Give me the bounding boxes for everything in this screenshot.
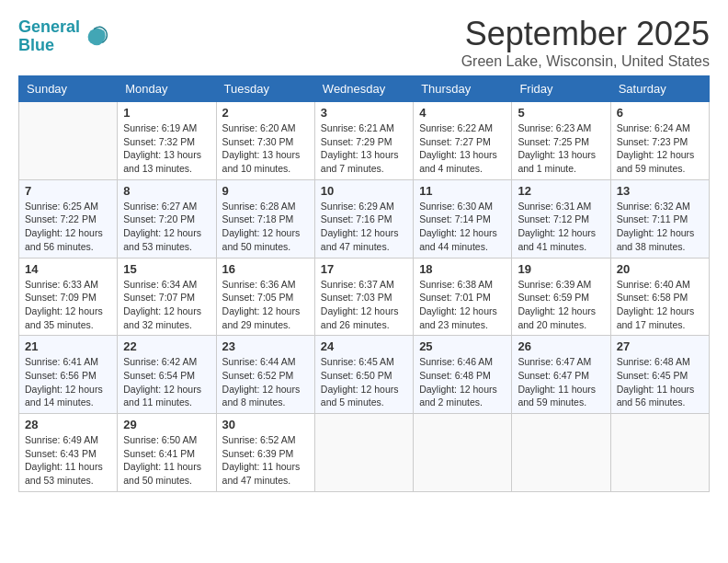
calendar-day: 10Sunrise: 6:29 AMSunset: 7:16 PMDayligh…	[314, 179, 413, 258]
column-header-tuesday: Tuesday	[216, 76, 314, 102]
calendar-header-row: SundayMondayTuesdayWednesdayThursdayFrid…	[19, 76, 710, 102]
day-number: 29	[123, 418, 210, 431]
calendar-day: 15Sunrise: 6:34 AMSunset: 7:07 PMDayligh…	[118, 258, 216, 336]
logo-general: General	[18, 17, 80, 36]
calendar-day: 6Sunrise: 6:24 AMSunset: 7:23 PMDaylight…	[610, 102, 709, 180]
calendar-day	[610, 414, 709, 492]
day-info: Sunrise: 6:45 AMSunset: 6:50 PMDaylight:…	[321, 355, 407, 409]
calendar-day: 19Sunrise: 6:39 AMSunset: 6:59 PMDayligh…	[512, 258, 610, 336]
day-info: Sunrise: 6:27 AMSunset: 7:20 PMDaylight:…	[123, 200, 210, 254]
day-number: 13	[617, 184, 703, 198]
page-header: General Blue September 2025 Green Lake, …	[18, 15, 710, 70]
day-number: 24	[321, 339, 407, 353]
calendar-day: 22Sunrise: 6:42 AMSunset: 6:54 PMDayligh…	[118, 336, 216, 414]
day-number: 6	[617, 106, 703, 120]
day-info: Sunrise: 6:33 AMSunset: 7:09 PMDaylight:…	[25, 278, 111, 332]
day-info: Sunrise: 6:28 AMSunset: 7:18 PMDaylight:…	[222, 200, 309, 254]
day-info: Sunrise: 6:30 AMSunset: 7:14 PMDaylight:…	[419, 200, 506, 254]
day-number: 21	[25, 339, 111, 353]
calendar-day: 8Sunrise: 6:27 AMSunset: 7:20 PMDaylight…	[118, 179, 216, 258]
day-number: 9	[222, 184, 309, 198]
day-info: Sunrise: 6:42 AMSunset: 6:54 PMDaylight:…	[123, 355, 210, 409]
calendar-day: 24Sunrise: 6:45 AMSunset: 6:50 PMDayligh…	[314, 336, 413, 414]
day-number: 16	[222, 262, 309, 276]
column-header-saturday: Saturday	[610, 76, 709, 102]
calendar-day: 5Sunrise: 6:23 AMSunset: 7:25 PMDaylight…	[512, 102, 610, 180]
column-header-wednesday: Wednesday	[314, 76, 413, 102]
calendar-day: 23Sunrise: 6:44 AMSunset: 6:52 PMDayligh…	[216, 336, 314, 414]
calendar-day: 30Sunrise: 6:52 AMSunset: 6:39 PMDayligh…	[216, 414, 314, 492]
calendar-day: 16Sunrise: 6:36 AMSunset: 7:05 PMDayligh…	[216, 258, 314, 336]
calendar-day: 29Sunrise: 6:50 AMSunset: 6:41 PMDayligh…	[118, 414, 216, 492]
day-number: 11	[419, 184, 506, 198]
day-number: 17	[321, 262, 407, 276]
day-info: Sunrise: 6:23 AMSunset: 7:25 PMDaylight:…	[518, 121, 604, 176]
day-number: 20	[617, 262, 703, 276]
day-info: Sunrise: 6:41 AMSunset: 6:56 PMDaylight:…	[25, 355, 111, 409]
calendar-day: 11Sunrise: 6:30 AMSunset: 7:14 PMDayligh…	[414, 179, 512, 258]
day-info: Sunrise: 6:38 AMSunset: 7:01 PMDaylight:…	[419, 278, 506, 332]
day-info: Sunrise: 6:48 AMSunset: 6:45 PMDaylight:…	[617, 355, 703, 409]
logo-icon	[82, 24, 108, 50]
calendar-day: 21Sunrise: 6:41 AMSunset: 6:56 PMDayligh…	[19, 336, 118, 414]
calendar-day: 2Sunrise: 6:20 AMSunset: 7:30 PMDaylight…	[216, 102, 314, 180]
day-info: Sunrise: 6:44 AMSunset: 6:52 PMDaylight:…	[222, 355, 309, 409]
calendar-day: 14Sunrise: 6:33 AMSunset: 7:09 PMDayligh…	[19, 258, 118, 336]
day-number: 1	[123, 106, 210, 120]
calendar-day: 13Sunrise: 6:32 AMSunset: 7:11 PMDayligh…	[610, 179, 709, 258]
column-header-monday: Monday	[118, 76, 216, 102]
calendar-day: 12Sunrise: 6:31 AMSunset: 7:12 PMDayligh…	[512, 179, 610, 258]
column-header-thursday: Thursday	[414, 76, 512, 102]
day-info: Sunrise: 6:24 AMSunset: 7:23 PMDaylight:…	[617, 121, 703, 176]
day-number: 10	[321, 184, 407, 198]
day-info: Sunrise: 6:32 AMSunset: 7:11 PMDaylight:…	[617, 200, 703, 254]
calendar-day	[414, 414, 512, 492]
calendar-week-1: 1Sunrise: 6:19 AMSunset: 7:32 PMDaylight…	[19, 102, 710, 180]
title-block: September 2025 Green Lake, Wisconsin, Un…	[461, 15, 710, 70]
calendar-day	[19, 102, 118, 180]
day-info: Sunrise: 6:39 AMSunset: 6:59 PMDaylight:…	[518, 278, 604, 332]
day-number: 14	[25, 262, 111, 276]
day-info: Sunrise: 6:29 AMSunset: 7:16 PMDaylight:…	[321, 200, 407, 254]
day-number: 7	[25, 184, 111, 198]
day-info: Sunrise: 6:20 AMSunset: 7:30 PMDaylight:…	[222, 121, 309, 176]
column-header-sunday: Sunday	[19, 76, 118, 102]
day-info: Sunrise: 6:49 AMSunset: 6:43 PMDaylight:…	[25, 433, 111, 488]
day-number: 18	[419, 262, 506, 276]
column-header-friday: Friday	[512, 76, 610, 102]
day-number: 15	[123, 262, 210, 276]
calendar-week-2: 7Sunrise: 6:25 AMSunset: 7:22 PMDaylight…	[19, 179, 710, 258]
day-info: Sunrise: 6:21 AMSunset: 7:29 PMDaylight:…	[321, 121, 407, 176]
calendar-day: 7Sunrise: 6:25 AMSunset: 7:22 PMDaylight…	[19, 179, 118, 258]
day-info: Sunrise: 6:34 AMSunset: 7:07 PMDaylight:…	[123, 278, 210, 332]
day-info: Sunrise: 6:36 AMSunset: 7:05 PMDaylight:…	[222, 278, 309, 332]
day-number: 30	[222, 418, 309, 431]
calendar-day: 4Sunrise: 6:22 AMSunset: 7:27 PMDaylight…	[414, 102, 512, 180]
day-number: 23	[222, 339, 309, 353]
calendar-day: 18Sunrise: 6:38 AMSunset: 7:01 PMDayligh…	[414, 258, 512, 336]
calendar-day: 28Sunrise: 6:49 AMSunset: 6:43 PMDayligh…	[19, 414, 118, 492]
logo-text: General Blue	[18, 18, 80, 55]
calendar-day	[512, 414, 610, 492]
day-number: 22	[123, 339, 210, 353]
calendar-day: 9Sunrise: 6:28 AMSunset: 7:18 PMDaylight…	[216, 179, 314, 258]
calendar-day: 26Sunrise: 6:47 AMSunset: 6:47 PMDayligh…	[512, 336, 610, 414]
day-info: Sunrise: 6:50 AMSunset: 6:41 PMDaylight:…	[123, 433, 210, 488]
location: Green Lake, Wisconsin, United States	[461, 53, 710, 70]
day-number: 4	[419, 106, 506, 120]
calendar-day	[314, 414, 413, 492]
day-number: 27	[617, 339, 703, 353]
day-number: 8	[123, 184, 210, 198]
day-info: Sunrise: 6:37 AMSunset: 7:03 PMDaylight:…	[321, 278, 407, 332]
day-info: Sunrise: 6:52 AMSunset: 6:39 PMDaylight:…	[222, 433, 309, 488]
calendar-day: 25Sunrise: 6:46 AMSunset: 6:48 PMDayligh…	[414, 336, 512, 414]
day-number: 28	[25, 418, 111, 431]
day-info: Sunrise: 6:40 AMSunset: 6:58 PMDaylight:…	[617, 278, 703, 332]
calendar-week-5: 28Sunrise: 6:49 AMSunset: 6:43 PMDayligh…	[19, 414, 710, 492]
day-info: Sunrise: 6:25 AMSunset: 7:22 PMDaylight:…	[25, 200, 111, 254]
calendar-week-3: 14Sunrise: 6:33 AMSunset: 7:09 PMDayligh…	[19, 258, 710, 336]
day-info: Sunrise: 6:22 AMSunset: 7:27 PMDaylight:…	[419, 121, 506, 176]
calendar-day: 20Sunrise: 6:40 AMSunset: 6:58 PMDayligh…	[610, 258, 709, 336]
day-number: 25	[419, 339, 506, 353]
calendar-table: SundayMondayTuesdayWednesdayThursdayFrid…	[18, 75, 710, 492]
